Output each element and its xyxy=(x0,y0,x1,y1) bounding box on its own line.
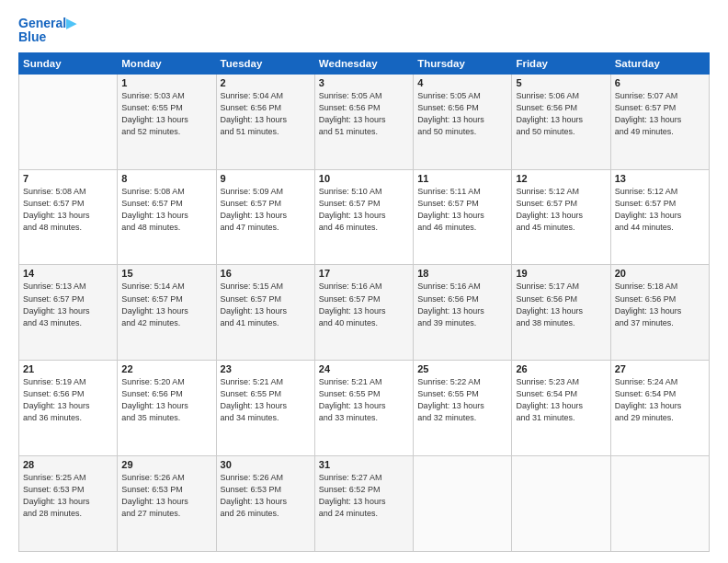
day-info: Sunrise: 5:06 AM Sunset: 6:56 PM Dayligh… xyxy=(516,90,606,138)
calendar-cell: 29Sunrise: 5:26 AM Sunset: 6:53 PM Dayli… xyxy=(118,456,216,552)
calendar-cell: 13Sunrise: 5:12 AM Sunset: 6:57 PM Dayli… xyxy=(610,169,709,265)
calendar-cell xyxy=(610,456,709,552)
calendar-cell: 26Sunrise: 5:23 AM Sunset: 6:54 PM Dayli… xyxy=(512,361,610,456)
day-number: 4 xyxy=(417,77,507,88)
day-info: Sunrise: 5:26 AM Sunset: 6:53 PM Dayligh… xyxy=(221,472,311,520)
day-number: 20 xyxy=(615,268,705,279)
calendar-cell: 9Sunrise: 5:09 AM Sunset: 6:57 PM Daylig… xyxy=(216,169,314,265)
calendar-cell: 12Sunrise: 5:12 AM Sunset: 6:57 PM Dayli… xyxy=(512,169,610,265)
day-info: Sunrise: 5:12 AM Sunset: 6:57 PM Dayligh… xyxy=(516,186,606,234)
day-info: Sunrise: 5:24 AM Sunset: 6:54 PM Dayligh… xyxy=(615,376,705,424)
calendar-week-row: 21Sunrise: 5:19 AM Sunset: 6:56 PM Dayli… xyxy=(19,361,710,456)
calendar-cell: 4Sunrise: 5:05 AM Sunset: 6:56 PM Daylig… xyxy=(414,74,512,169)
day-number: 7 xyxy=(23,173,113,184)
day-info: Sunrise: 5:17 AM Sunset: 6:56 PM Dayligh… xyxy=(516,281,606,328)
calendar-cell: 1Sunrise: 5:03 AM Sunset: 6:55 PM Daylig… xyxy=(118,74,216,169)
calendar-cell xyxy=(414,456,512,552)
calendar-cell: 20Sunrise: 5:18 AM Sunset: 6:56 PM Dayli… xyxy=(610,265,709,361)
day-number: 12 xyxy=(516,173,606,184)
day-info: Sunrise: 5:11 AM Sunset: 6:57 PM Dayligh… xyxy=(417,186,507,234)
day-info: Sunrise: 5:12 AM Sunset: 6:57 PM Dayligh… xyxy=(615,186,705,234)
day-info: Sunrise: 5:13 AM Sunset: 6:57 PM Dayligh… xyxy=(23,281,113,328)
calendar-cell: 5Sunrise: 5:06 AM Sunset: 6:56 PM Daylig… xyxy=(512,74,610,169)
calendar-cell: 19Sunrise: 5:17 AM Sunset: 6:56 PM Dayli… xyxy=(512,265,610,361)
day-info: Sunrise: 5:18 AM Sunset: 6:56 PM Dayligh… xyxy=(615,281,705,328)
day-number: 2 xyxy=(221,77,311,88)
day-info: Sunrise: 5:23 AM Sunset: 6:54 PM Dayligh… xyxy=(516,376,606,424)
calendar-cell: 16Sunrise: 5:15 AM Sunset: 6:57 PM Dayli… xyxy=(216,265,314,361)
day-info: Sunrise: 5:25 AM Sunset: 6:53 PM Dayligh… xyxy=(23,472,113,520)
calendar-cell: 8Sunrise: 5:08 AM Sunset: 6:57 PM Daylig… xyxy=(118,169,216,265)
day-info: Sunrise: 5:16 AM Sunset: 6:57 PM Dayligh… xyxy=(319,281,409,328)
calendar-cell: 30Sunrise: 5:26 AM Sunset: 6:53 PM Dayli… xyxy=(216,456,314,552)
logo: General▶ Blue xyxy=(18,17,76,45)
calendar-cell: 17Sunrise: 5:16 AM Sunset: 6:57 PM Dayli… xyxy=(314,265,413,361)
calendar-week-row: 14Sunrise: 5:13 AM Sunset: 6:57 PM Dayli… xyxy=(19,265,710,361)
day-number: 30 xyxy=(221,459,311,470)
calendar-week-row: 28Sunrise: 5:25 AM Sunset: 6:53 PM Dayli… xyxy=(19,456,710,552)
calendar-cell xyxy=(19,74,118,169)
calendar-cell: 2Sunrise: 5:04 AM Sunset: 6:56 PM Daylig… xyxy=(216,74,314,169)
col-header-wednesday: Wednesday xyxy=(314,52,413,74)
header: General▶ Blue xyxy=(18,17,710,45)
day-info: Sunrise: 5:05 AM Sunset: 6:56 PM Dayligh… xyxy=(319,90,409,138)
calendar-cell: 7Sunrise: 5:08 AM Sunset: 6:57 PM Daylig… xyxy=(19,169,118,265)
day-info: Sunrise: 5:09 AM Sunset: 6:57 PM Dayligh… xyxy=(221,186,311,234)
day-number: 25 xyxy=(417,363,507,374)
day-number: 28 xyxy=(23,459,113,470)
calendar-cell: 27Sunrise: 5:24 AM Sunset: 6:54 PM Dayli… xyxy=(610,361,709,456)
calendar-cell: 14Sunrise: 5:13 AM Sunset: 6:57 PM Dayli… xyxy=(19,265,118,361)
day-number: 23 xyxy=(221,363,311,374)
day-info: Sunrise: 5:05 AM Sunset: 6:56 PM Dayligh… xyxy=(417,90,507,138)
day-number: 5 xyxy=(516,77,606,88)
day-number: 19 xyxy=(516,268,606,279)
day-info: Sunrise: 5:21 AM Sunset: 6:55 PM Dayligh… xyxy=(319,376,409,424)
day-number: 13 xyxy=(615,173,705,184)
calendar-cell: 23Sunrise: 5:21 AM Sunset: 6:55 PM Dayli… xyxy=(216,361,314,456)
day-number: 21 xyxy=(23,363,113,374)
day-number: 27 xyxy=(615,363,705,374)
day-number: 26 xyxy=(516,363,606,374)
day-info: Sunrise: 5:10 AM Sunset: 6:57 PM Dayligh… xyxy=(319,186,409,234)
calendar-week-row: 7Sunrise: 5:08 AM Sunset: 6:57 PM Daylig… xyxy=(19,169,710,265)
calendar-week-row: 1Sunrise: 5:03 AM Sunset: 6:55 PM Daylig… xyxy=(19,74,710,169)
day-number: 10 xyxy=(319,173,409,184)
day-number: 16 xyxy=(221,268,311,279)
day-number: 17 xyxy=(319,268,409,279)
calendar-cell: 25Sunrise: 5:22 AM Sunset: 6:55 PM Dayli… xyxy=(414,361,512,456)
col-header-saturday: Saturday xyxy=(610,52,709,74)
day-info: Sunrise: 5:16 AM Sunset: 6:56 PM Dayligh… xyxy=(417,281,507,328)
col-header-monday: Monday xyxy=(118,52,216,74)
calendar-cell: 31Sunrise: 5:27 AM Sunset: 6:52 PM Dayli… xyxy=(314,456,413,552)
calendar-header-row: SundayMondayTuesdayWednesdayThursdayFrid… xyxy=(19,52,710,74)
calendar-cell: 22Sunrise: 5:20 AM Sunset: 6:56 PM Dayli… xyxy=(118,361,216,456)
calendar-cell: 21Sunrise: 5:19 AM Sunset: 6:56 PM Dayli… xyxy=(19,361,118,456)
day-info: Sunrise: 5:03 AM Sunset: 6:55 PM Dayligh… xyxy=(121,90,211,138)
calendar-cell: 18Sunrise: 5:16 AM Sunset: 6:56 PM Dayli… xyxy=(414,265,512,361)
col-header-thursday: Thursday xyxy=(414,52,512,74)
day-number: 9 xyxy=(221,173,311,184)
calendar-cell: 28Sunrise: 5:25 AM Sunset: 6:53 PM Dayli… xyxy=(19,456,118,552)
day-number: 22 xyxy=(121,363,211,374)
day-number: 6 xyxy=(615,77,705,88)
day-info: Sunrise: 5:08 AM Sunset: 6:57 PM Dayligh… xyxy=(121,186,211,234)
day-number: 14 xyxy=(23,268,113,279)
day-info: Sunrise: 5:14 AM Sunset: 6:57 PM Dayligh… xyxy=(121,281,211,328)
day-number: 11 xyxy=(417,173,507,184)
day-info: Sunrise: 5:19 AM Sunset: 6:56 PM Dayligh… xyxy=(23,376,113,424)
day-info: Sunrise: 5:15 AM Sunset: 6:57 PM Dayligh… xyxy=(221,281,311,328)
day-number: 31 xyxy=(319,459,409,470)
calendar-cell: 11Sunrise: 5:11 AM Sunset: 6:57 PM Dayli… xyxy=(414,169,512,265)
day-number: 29 xyxy=(121,459,211,470)
day-info: Sunrise: 5:07 AM Sunset: 6:57 PM Dayligh… xyxy=(615,90,705,138)
day-info: Sunrise: 5:08 AM Sunset: 6:57 PM Dayligh… xyxy=(23,186,113,234)
calendar-table: SundayMondayTuesdayWednesdayThursdayFrid… xyxy=(18,52,710,552)
calendar-cell: 3Sunrise: 5:05 AM Sunset: 6:56 PM Daylig… xyxy=(314,74,413,169)
calendar-cell: 15Sunrise: 5:14 AM Sunset: 6:57 PM Dayli… xyxy=(118,265,216,361)
day-info: Sunrise: 5:22 AM Sunset: 6:55 PM Dayligh… xyxy=(417,376,507,424)
day-number: 8 xyxy=(121,173,211,184)
col-header-sunday: Sunday xyxy=(19,52,118,74)
col-header-friday: Friday xyxy=(512,52,610,74)
day-number: 1 xyxy=(121,77,211,88)
day-info: Sunrise: 5:04 AM Sunset: 6:56 PM Dayligh… xyxy=(221,90,311,138)
